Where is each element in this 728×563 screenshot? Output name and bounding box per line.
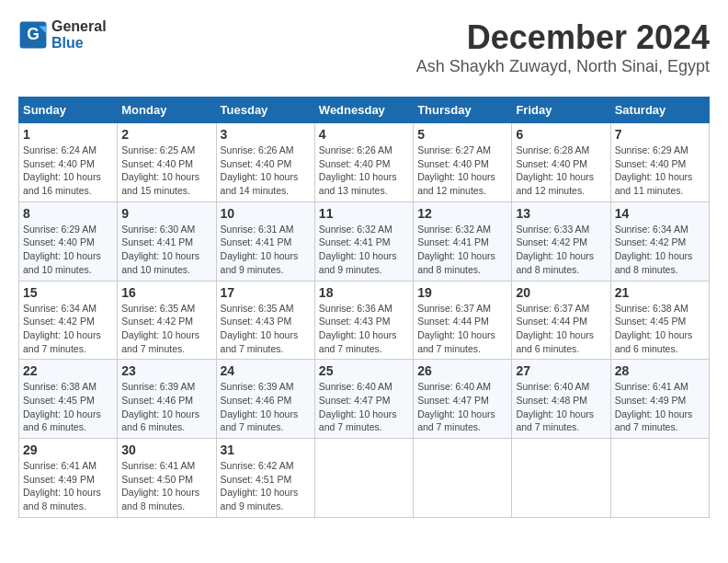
day-info: Sunrise: 6:37 AM Sunset: 4:44 PM Dayligh… bbox=[516, 302, 606, 356]
day-number: 24 bbox=[221, 363, 311, 378]
weekday-header-wednesday: Wednesday bbox=[314, 98, 413, 123]
logo-icon: G bbox=[18, 20, 48, 50]
day-info: Sunrise: 6:39 AM Sunset: 4:46 PM Dayligh… bbox=[121, 380, 211, 434]
logo: G General Blue bbox=[18, 18, 107, 51]
calendar-cell: 24 Sunrise: 6:39 AM Sunset: 4:46 PM Dayl… bbox=[216, 360, 314, 439]
day-number: 22 bbox=[23, 363, 113, 378]
calendar-cell: 1 Sunrise: 6:24 AM Sunset: 4:40 PM Dayli… bbox=[19, 123, 118, 202]
calendar-cell: 5 Sunrise: 6:27 AM Sunset: 4:40 PM Dayli… bbox=[414, 123, 512, 202]
day-number: 6 bbox=[516, 127, 606, 142]
calendar-cell bbox=[610, 439, 709, 518]
day-info: Sunrise: 6:33 AM Sunset: 4:42 PM Dayligh… bbox=[516, 223, 606, 277]
weekday-header-friday: Friday bbox=[512, 98, 610, 123]
calendar-cell: 27 Sunrise: 6:40 AM Sunset: 4:48 PM Dayl… bbox=[512, 360, 610, 439]
calendar-cell bbox=[314, 439, 413, 518]
day-number: 23 bbox=[121, 363, 211, 378]
day-info: Sunrise: 6:29 AM Sunset: 4:40 PM Dayligh… bbox=[615, 144, 705, 198]
calendar-cell: 29 Sunrise: 6:41 AM Sunset: 4:49 PM Dayl… bbox=[19, 439, 118, 518]
day-info: Sunrise: 6:30 AM Sunset: 4:41 PM Dayligh… bbox=[121, 223, 211, 277]
weekday-header-thursday: Thursday bbox=[414, 98, 512, 123]
calendar-cell: 22 Sunrise: 6:38 AM Sunset: 4:45 PM Dayl… bbox=[19, 360, 118, 439]
calendar-cell: 30 Sunrise: 6:41 AM Sunset: 4:50 PM Dayl… bbox=[118, 439, 216, 518]
calendar-cell: 4 Sunrise: 6:26 AM Sunset: 4:40 PM Dayli… bbox=[314, 123, 413, 202]
calendar-cell bbox=[512, 439, 610, 518]
calendar-cell: 8 Sunrise: 6:29 AM Sunset: 4:40 PM Dayli… bbox=[19, 201, 118, 281]
calendar-cell: 31 Sunrise: 6:42 AM Sunset: 4:51 PM Dayl… bbox=[216, 439, 314, 518]
day-info: Sunrise: 6:40 AM Sunset: 4:47 PM Dayligh… bbox=[319, 380, 409, 434]
calendar-cell: 23 Sunrise: 6:39 AM Sunset: 4:46 PM Dayl… bbox=[118, 360, 216, 439]
calendar-cell: 10 Sunrise: 6:31 AM Sunset: 4:41 PM Dayl… bbox=[216, 201, 314, 281]
day-info: Sunrise: 6:35 AM Sunset: 4:43 PM Dayligh… bbox=[221, 302, 311, 356]
calendar-cell: 3 Sunrise: 6:26 AM Sunset: 4:40 PM Dayli… bbox=[216, 123, 314, 202]
calendar-cell: 11 Sunrise: 6:32 AM Sunset: 4:41 PM Dayl… bbox=[314, 201, 413, 281]
day-info: Sunrise: 6:40 AM Sunset: 4:48 PM Dayligh… bbox=[516, 380, 606, 434]
title-section: December 2024 Ash Shaykh Zuwayd, North S… bbox=[416, 18, 710, 76]
calendar-cell: 9 Sunrise: 6:30 AM Sunset: 4:41 PM Dayli… bbox=[118, 201, 216, 281]
calendar-cell: 2 Sunrise: 6:25 AM Sunset: 4:40 PM Dayli… bbox=[118, 123, 216, 202]
day-number: 26 bbox=[417, 363, 507, 378]
day-info: Sunrise: 6:26 AM Sunset: 4:40 PM Dayligh… bbox=[319, 144, 409, 198]
day-number: 17 bbox=[221, 285, 311, 300]
day-number: 3 bbox=[221, 127, 311, 142]
day-number: 10 bbox=[221, 206, 311, 221]
calendar-cell: 20 Sunrise: 6:37 AM Sunset: 4:44 PM Dayl… bbox=[512, 281, 610, 360]
day-number: 30 bbox=[121, 442, 211, 457]
day-number: 31 bbox=[221, 442, 311, 457]
calendar-cell: 13 Sunrise: 6:33 AM Sunset: 4:42 PM Dayl… bbox=[512, 201, 610, 281]
calendar-cell: 17 Sunrise: 6:35 AM Sunset: 4:43 PM Dayl… bbox=[216, 281, 314, 360]
day-number: 5 bbox=[417, 127, 507, 142]
calendar-cell: 7 Sunrise: 6:29 AM Sunset: 4:40 PM Dayli… bbox=[610, 123, 709, 202]
day-info: Sunrise: 6:41 AM Sunset: 4:50 PM Dayligh… bbox=[121, 459, 211, 513]
day-number: 9 bbox=[121, 206, 211, 221]
logo-general: General bbox=[51, 18, 107, 34]
day-number: 4 bbox=[319, 127, 409, 142]
day-number: 15 bbox=[23, 285, 113, 300]
calendar-cell: 19 Sunrise: 6:37 AM Sunset: 4:44 PM Dayl… bbox=[414, 281, 512, 360]
weekday-header-saturday: Saturday bbox=[610, 98, 709, 123]
weekday-header-tuesday: Tuesday bbox=[216, 98, 314, 123]
day-info: Sunrise: 6:35 AM Sunset: 4:42 PM Dayligh… bbox=[121, 302, 211, 356]
day-info: Sunrise: 6:24 AM Sunset: 4:40 PM Dayligh… bbox=[23, 144, 113, 198]
day-number: 16 bbox=[121, 285, 211, 300]
day-number: 27 bbox=[516, 363, 606, 378]
logo-blue: Blue bbox=[51, 35, 84, 51]
calendar-cell: 25 Sunrise: 6:40 AM Sunset: 4:47 PM Dayl… bbox=[314, 360, 413, 439]
day-info: Sunrise: 6:34 AM Sunset: 4:42 PM Dayligh… bbox=[615, 223, 705, 277]
day-info: Sunrise: 6:36 AM Sunset: 4:43 PM Dayligh… bbox=[319, 302, 409, 356]
day-info: Sunrise: 6:38 AM Sunset: 4:45 PM Dayligh… bbox=[615, 302, 705, 356]
day-info: Sunrise: 6:28 AM Sunset: 4:40 PM Dayligh… bbox=[516, 144, 606, 198]
calendar-cell: 26 Sunrise: 6:40 AM Sunset: 4:47 PM Dayl… bbox=[414, 360, 512, 439]
day-info: Sunrise: 6:38 AM Sunset: 4:45 PM Dayligh… bbox=[23, 380, 113, 434]
day-number: 28 bbox=[615, 363, 705, 378]
day-number: 7 bbox=[615, 127, 705, 142]
svg-text:G: G bbox=[27, 24, 40, 42]
day-info: Sunrise: 6:41 AM Sunset: 4:49 PM Dayligh… bbox=[23, 459, 113, 513]
day-number: 11 bbox=[319, 206, 409, 221]
month-title: December 2024 bbox=[416, 18, 710, 57]
day-number: 13 bbox=[516, 206, 606, 221]
calendar-cell: 18 Sunrise: 6:36 AM Sunset: 4:43 PM Dayl… bbox=[314, 281, 413, 360]
calendar-cell: 6 Sunrise: 6:28 AM Sunset: 4:40 PM Dayli… bbox=[512, 123, 610, 202]
day-number: 25 bbox=[319, 363, 409, 378]
day-info: Sunrise: 6:37 AM Sunset: 4:44 PM Dayligh… bbox=[417, 302, 507, 356]
calendar-cell: 12 Sunrise: 6:32 AM Sunset: 4:41 PM Dayl… bbox=[414, 201, 512, 281]
weekday-header-monday: Monday bbox=[118, 98, 216, 123]
calendar-cell bbox=[414, 439, 512, 518]
day-info: Sunrise: 6:34 AM Sunset: 4:42 PM Dayligh… bbox=[23, 302, 113, 356]
calendar-cell: 15 Sunrise: 6:34 AM Sunset: 4:42 PM Dayl… bbox=[19, 281, 118, 360]
day-info: Sunrise: 6:41 AM Sunset: 4:49 PM Dayligh… bbox=[615, 380, 705, 434]
location-title: Ash Shaykh Zuwayd, North Sinai, Egypt bbox=[416, 57, 710, 76]
day-info: Sunrise: 6:32 AM Sunset: 4:41 PM Dayligh… bbox=[319, 223, 409, 277]
day-number: 29 bbox=[23, 442, 113, 457]
day-info: Sunrise: 6:32 AM Sunset: 4:41 PM Dayligh… bbox=[417, 223, 507, 277]
calendar-cell: 28 Sunrise: 6:41 AM Sunset: 4:49 PM Dayl… bbox=[610, 360, 709, 439]
calendar-cell: 21 Sunrise: 6:38 AM Sunset: 4:45 PM Dayl… bbox=[610, 281, 709, 360]
day-info: Sunrise: 6:39 AM Sunset: 4:46 PM Dayligh… bbox=[221, 380, 311, 434]
day-number: 1 bbox=[23, 127, 113, 142]
day-info: Sunrise: 6:27 AM Sunset: 4:40 PM Dayligh… bbox=[417, 144, 507, 198]
day-number: 2 bbox=[121, 127, 211, 142]
calendar-cell: 14 Sunrise: 6:34 AM Sunset: 4:42 PM Dayl… bbox=[610, 201, 709, 281]
day-number: 19 bbox=[417, 285, 507, 300]
calendar-table: SundayMondayTuesdayWednesdayThursdayFrid… bbox=[18, 97, 710, 518]
day-info: Sunrise: 6:29 AM Sunset: 4:40 PM Dayligh… bbox=[23, 223, 113, 277]
